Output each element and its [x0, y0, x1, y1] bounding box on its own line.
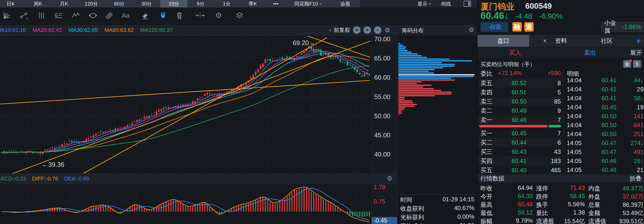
tab-ziliao[interactable]: × 资料 [529, 35, 582, 47]
chip-bar [398, 71, 428, 72]
ytick-50: 50.00 [374, 112, 390, 120]
chip-bar [398, 62, 442, 63]
chip-bar [398, 58, 450, 60]
sell-tab[interactable]: 卖出 [552, 47, 628, 58]
tick-row: 14:0560.47274↓ [563, 139, 644, 148]
chip-bar [398, 52, 412, 53]
chip-bar [398, 76, 474, 77]
weibi-label: 委比 [480, 70, 492, 78]
quote-panel: 厦门钨业 600549 60.46↓ -4.48 -6.90% -自选 融 通 … [477, 0, 644, 224]
sector-change: -1.66% [622, 23, 641, 30]
chip-bar [398, 98, 404, 100]
ask-row-2[interactable]: 卖二60.499 [478, 106, 563, 115]
tick-row: 14:0560.4626↓ [563, 157, 644, 166]
market-data-row: 最低59.12 量比1.38 金额53.49亿 [478, 209, 644, 217]
watchlist-toggle-button[interactable]: -自选 [480, 22, 508, 32]
macd-settings-gear-icon[interactable]: ⚙ [386, 175, 392, 182]
chip-bar [398, 53, 418, 55]
ytick-55: 55.00 [374, 93, 390, 101]
market-data-title: 行情数据 [480, 174, 504, 182]
chip-bar [398, 81, 422, 82]
price-axis: 70.00 65.00 60.00 55.00 50.00 45.00 40.0… [372, 35, 397, 224]
chip-distribution-panel[interactable]: 时间01-29 14:15 收盘获利40.67% 光标获利0.00% 平均成本6… [397, 35, 477, 224]
chip-bar [398, 64, 455, 65]
divider [397, 194, 477, 195]
margin-badge[interactable]: 融 [512, 22, 522, 32]
chip-bar [398, 93, 452, 94]
chip-bar [398, 111, 401, 112]
macd-legend: MACD:-0.33 DIFF:-0.76 DEA:-0.60 [0, 174, 96, 184]
chip-bar [398, 60, 472, 61]
chip-bar [398, 57, 427, 58]
price-change: -4.48 [515, 12, 532, 20]
chip-bar [398, 72, 434, 74]
last-price: 60.46↓ [480, 11, 509, 21]
ask-row-3[interactable]: 卖三60.5085 [478, 97, 563, 106]
bid-row-2[interactable]: 买二60.446 [478, 138, 563, 147]
add-tab-button[interactable]: + [632, 35, 644, 47]
bid-row-4[interactable]: 买四60.41183 [478, 156, 563, 166]
stock-code: 600549 [525, 2, 552, 11]
price-change-pct: -6.90% [539, 12, 563, 20]
close-icon[interactable]: × [543, 37, 546, 44]
chip-bar [398, 74, 474, 75]
trading-app-window: 日K 周K 月K 120分 60分 30分 15分 5分 1分 季K ••• 同… [0, 0, 644, 224]
chip-bar [398, 79, 455, 81]
macd-tick-mid: 0.75 [374, 198, 385, 205]
chip-bar [398, 100, 412, 101]
tick-row: 14:0560.47491 [563, 148, 644, 157]
bid-row-3[interactable]: 买三60.4343 [478, 147, 563, 156]
tick-row: 14:0460.50641 [563, 121, 644, 130]
bid-row-1[interactable]: 买一60.457 [478, 129, 563, 138]
chip-bar [398, 69, 435, 70]
chip-bar [398, 95, 435, 96]
chip-bar [398, 90, 441, 91]
ytick-60: 60.00 [374, 74, 390, 81]
ytick-40: 40.00 [374, 151, 390, 158]
hk-connect-badge[interactable]: 通 [524, 22, 534, 32]
chip-stat-cursor-profit: 光标获利0.00% [400, 213, 474, 221]
levels-title: 买卖档位与明细（手） [480, 61, 535, 68]
dea-value: DEA:-0.60 [64, 175, 90, 182]
low-annotation: ←39.36 [42, 161, 64, 168]
chip-bar [398, 88, 434, 89]
ask-row-5[interactable]: 卖五60.528 [478, 78, 563, 88]
market-data-header: 行情数据 折叠 [478, 174, 644, 183]
gold-badge[interactable]: 金 [623, 60, 631, 68]
collapse-button[interactable]: 折叠 [630, 174, 642, 182]
chip-bar [398, 50, 408, 51]
tab-pankou[interactable]: 盘口 [478, 35, 530, 47]
buy-tab[interactable]: 买入 [478, 47, 553, 58]
ytick-45: 45.00 [374, 131, 390, 139]
macd-value: MACD:-0.33 [0, 175, 26, 182]
market-data-row: 昨收64.94 涨停71.43 内盘49.37万 [478, 184, 644, 193]
trade-subtabs: 买入 卖出 展开 [478, 47, 644, 58]
tab-shequ[interactable]: 社区 [581, 35, 633, 47]
sector-chip[interactable]: 小金属 -1.66% [601, 22, 644, 32]
chip-bar [398, 86, 423, 88]
ask-row-1[interactable]: 卖一60.467 [478, 115, 563, 125]
chip-bar [398, 67, 443, 68]
sector-name: 小金属 [604, 19, 618, 35]
buy-sell-ratio-bar [479, 125, 561, 128]
chip-bar [398, 104, 417, 105]
ask-row-4[interactable]: 卖四60.515 [478, 88, 563, 97]
chip-bar [398, 83, 417, 84]
tick-row: 14:0460.4158↓ [563, 94, 644, 103]
notification-dot [630, 59, 632, 62]
high-annotation: 69.20→ [293, 39, 315, 47]
chip-bar [398, 48, 405, 49]
chip-bar [398, 55, 422, 56]
chip-bar [398, 105, 415, 107]
tick-row: 14:0460.4129 [563, 85, 644, 94]
chip-bar [398, 107, 405, 108]
panel-tabs: 盘口 × 资料 社区 + [478, 35, 644, 47]
ytick-65: 65.00 [374, 55, 390, 62]
chip-bar [398, 65, 454, 67]
market-data-row: 最高65.48 换手5.56% 总量86.39万 [478, 201, 644, 209]
expand-button[interactable]: 展开 [628, 47, 644, 58]
five-level-badge[interactable]: 5 [633, 60, 641, 68]
bid-row-5[interactable]: 买五60.40465 [478, 166, 563, 175]
tick-row: 14:0460.4519 [563, 103, 644, 112]
tick-row: 14:0460.4144↓ [563, 76, 644, 85]
